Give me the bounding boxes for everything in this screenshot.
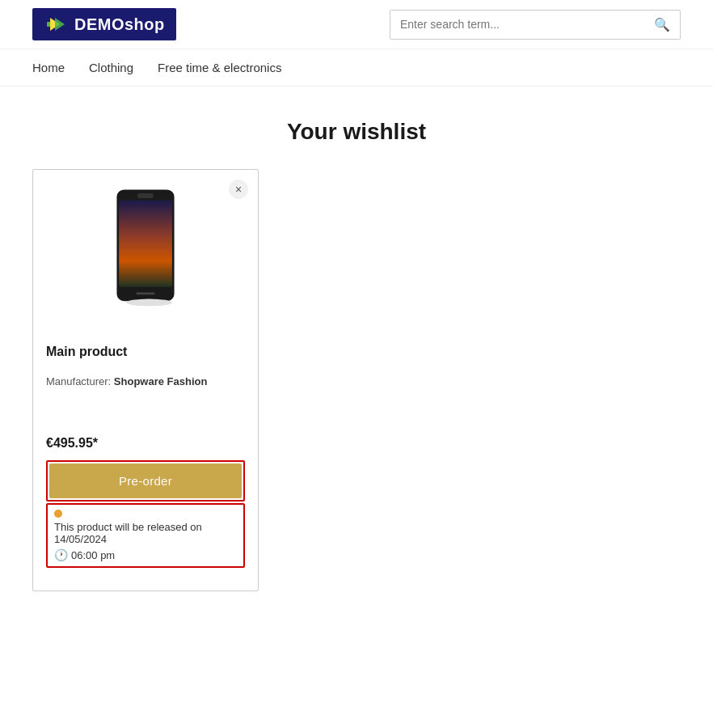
- release-dot-icon: [54, 510, 62, 518]
- manufacturer-label: Manufacturer:: [46, 375, 111, 387]
- nav-item-clothing[interactable]: Clothing: [89, 61, 133, 74]
- svg-rect-3: [47, 22, 50, 27]
- wishlist-content: ×: [0, 169, 713, 624]
- search-input[interactable]: [390, 11, 644, 37]
- main-nav: Home Clothing Free time & electronics: [0, 49, 713, 87]
- preorder-button[interactable]: Pre-order: [49, 463, 242, 498]
- product-info: Main product Manufacturer: Shopware Fash…: [33, 332, 258, 451]
- release-text: This product will be released on 14/05/2…: [54, 521, 237, 545]
- remove-wishlist-button[interactable]: ×: [229, 180, 248, 199]
- product-card-footer: Pre-order This product will be released …: [33, 460, 258, 590]
- product-card: ×: [32, 169, 259, 591]
- product-image-area: ×: [33, 170, 258, 332]
- manufacturer-name: Shopware Fashion: [114, 375, 208, 387]
- product-price: €495.95*: [46, 436, 245, 451]
- site-header: DEMOshop 🔍: [0, 0, 713, 49]
- product-image: [101, 186, 190, 315]
- search-bar: 🔍: [390, 10, 681, 40]
- svg-rect-6: [119, 201, 172, 287]
- logo-icon: [44, 15, 68, 34]
- svg-rect-7: [137, 193, 154, 198]
- page-title: Your wishlist: [0, 119, 713, 145]
- svg-rect-8: [136, 293, 154, 295]
- nav-item-home[interactable]: Home: [32, 61, 65, 74]
- search-button[interactable]: 🔍: [644, 11, 680, 39]
- search-icon: 🔍: [654, 18, 670, 32]
- product-name: Main product: [46, 345, 245, 359]
- close-icon: ×: [235, 183, 242, 196]
- nav-item-free-time[interactable]: Free time & electronics: [158, 61, 281, 74]
- release-info-highlight-border: This product will be released on 14/05/2…: [46, 503, 245, 568]
- clock-icon: 🕐: [54, 548, 68, 561]
- preorder-highlight-border: Pre-order: [46, 460, 245, 502]
- svg-point-9: [126, 299, 172, 307]
- release-time: 06:00 pm: [71, 549, 115, 561]
- page-title-area: Your wishlist: [0, 87, 713, 169]
- logo-text: DEMOshop: [74, 15, 165, 34]
- logo[interactable]: DEMOshop: [32, 8, 176, 40]
- manufacturer-line: Manufacturer: Shopware Fashion: [46, 375, 245, 387]
